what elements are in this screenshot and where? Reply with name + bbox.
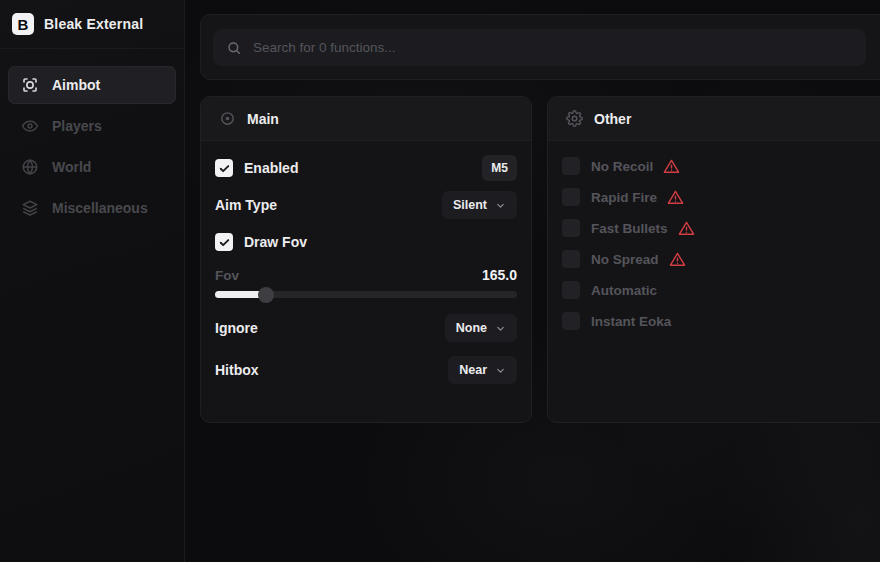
hitbox-value: Near: [459, 363, 487, 377]
app-title: Bleak External: [44, 16, 143, 32]
globe-icon: [21, 158, 39, 176]
ignore-row: Ignore None: [215, 314, 517, 342]
search-box[interactable]: [213, 29, 866, 66]
hitbox-label: Hitbox: [215, 362, 259, 378]
search-input[interactable]: [253, 40, 853, 55]
no-spread-checkbox[interactable]: [562, 250, 580, 268]
search-panel: [200, 14, 880, 80]
ignore-label: Ignore: [215, 320, 258, 336]
enabled-row: Enabled M5: [215, 155, 517, 181]
instant-eoka-label: Instant Eoka: [591, 314, 671, 329]
fast-bullets-checkbox[interactable]: [562, 219, 580, 237]
draw-fov-row: Draw Fov: [215, 229, 517, 255]
sidebar-item-players[interactable]: Players: [8, 107, 176, 145]
other-item-rapid-fire: Rapid Fire: [562, 188, 880, 206]
sidebar-item-label: Players: [52, 118, 102, 134]
sidebar-item-miscellaneous[interactable]: Miscellaneous: [8, 189, 176, 227]
other-panel: Other No Recoil Rapid Fire Fast Bullets …: [547, 96, 880, 423]
app-logo-icon: B: [12, 13, 34, 35]
target-icon: [219, 110, 236, 127]
automatic-checkbox[interactable]: [562, 281, 580, 299]
ignore-value: None: [456, 321, 487, 335]
search-icon: [226, 40, 242, 56]
fov-slider-handle[interactable]: [258, 287, 274, 303]
no-recoil-checkbox[interactable]: [562, 157, 580, 175]
panel-title: Main: [247, 111, 279, 127]
crosshair-icon: [21, 76, 39, 94]
aim-type-row: Aim Type Silent: [215, 191, 517, 219]
sidebar-item-label: Miscellaneous: [52, 200, 148, 216]
sidebar-item-label: Aimbot: [52, 77, 100, 93]
warning-icon: [663, 158, 680, 175]
fast-bullets-label: Fast Bullets: [591, 221, 668, 236]
sidebar-item-aimbot[interactable]: Aimbot: [8, 66, 176, 104]
draw-fov-label: Draw Fov: [244, 234, 307, 250]
fov-slider[interactable]: [215, 291, 517, 298]
sidebar-header: B Bleak External: [0, 0, 184, 49]
aim-type-dropdown[interactable]: Silent: [442, 191, 517, 219]
check-icon: [218, 236, 231, 249]
sidebar: B Bleak External Aimbot Players World Mi…: [0, 0, 185, 562]
enabled-checkbox[interactable]: [215, 159, 233, 177]
fov-label: Fov: [215, 268, 239, 283]
warning-icon: [678, 220, 695, 237]
layers-icon: [21, 199, 39, 217]
content-area: Main Enabled M5 Aim Type Silent: [185, 0, 880, 562]
aim-type-label: Aim Type: [215, 197, 277, 213]
other-item-no-recoil: No Recoil: [562, 157, 880, 175]
aim-type-value: Silent: [453, 198, 487, 212]
rapid-fire-checkbox[interactable]: [562, 188, 580, 206]
warning-icon: [667, 189, 684, 206]
main-panel: Main Enabled M5 Aim Type Silent: [200, 96, 532, 423]
instant-eoka-checkbox[interactable]: [562, 312, 580, 330]
chevron-down-icon: [495, 323, 506, 334]
gear-icon: [566, 110, 583, 127]
eye-icon: [21, 117, 39, 135]
other-item-instant-eoka: Instant Eoka: [562, 312, 880, 330]
automatic-label: Automatic: [591, 283, 657, 298]
check-icon: [218, 162, 231, 175]
no-recoil-label: No Recoil: [591, 159, 653, 174]
other-panel-header: Other: [548, 97, 880, 141]
no-spread-label: No Spread: [591, 252, 659, 267]
rapid-fire-label: Rapid Fire: [591, 190, 657, 205]
warning-icon: [669, 251, 686, 268]
other-item-automatic: Automatic: [562, 281, 880, 299]
panel-title: Other: [594, 111, 631, 127]
other-item-fast-bullets: Fast Bullets: [562, 219, 880, 237]
other-item-no-spread: No Spread: [562, 250, 880, 268]
ignore-dropdown[interactable]: None: [445, 314, 517, 342]
sidebar-item-world[interactable]: World: [8, 148, 176, 186]
draw-fov-checkbox[interactable]: [215, 233, 233, 251]
chevron-down-icon: [495, 365, 506, 376]
hitbox-row: Hitbox Near: [215, 356, 517, 384]
main-panel-header: Main: [201, 97, 531, 141]
keybind-button[interactable]: M5: [482, 155, 517, 181]
sidebar-nav: Aimbot Players World Miscellaneous: [0, 49, 184, 227]
fov-value: 165.0: [482, 267, 517, 283]
chevron-down-icon: [495, 200, 506, 211]
enabled-label: Enabled: [244, 160, 298, 176]
sidebar-item-label: World: [52, 159, 91, 175]
hitbox-dropdown[interactable]: Near: [448, 356, 517, 384]
fov-row: Fov 165.0: [215, 265, 517, 285]
